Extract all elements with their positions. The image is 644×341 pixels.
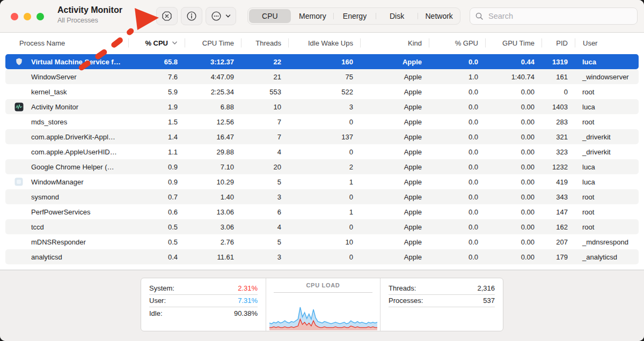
column-label: User	[583, 39, 597, 47]
app-icon-placeholder	[14, 252, 24, 262]
column-header-kind[interactable]: Kind	[361, 33, 429, 53]
process-name: PerfPowerServices	[31, 208, 91, 216]
stat-row: Idle:90.38%	[149, 307, 258, 320]
cell-gpu: 0.0	[429, 208, 486, 216]
close-button[interactable]	[11, 13, 18, 20]
tab-energy[interactable]: Energy	[334, 9, 376, 23]
app-icon-placeholder	[14, 117, 24, 127]
column-header-gpu_time[interactable]: GPU Time	[486, 33, 542, 53]
cell-cpu: 0.7	[129, 193, 185, 201]
process-name-cell: mDNSResponder	[0, 237, 129, 247]
cell-idle: 75	[289, 73, 361, 81]
cell-kind: Apple	[361, 148, 429, 156]
cell-cpu: 65.8	[129, 58, 185, 66]
process-name-cell: sysmond	[0, 192, 129, 202]
more-options-button[interactable]	[206, 7, 236, 25]
cell-kind: Apple	[361, 103, 429, 111]
process-row[interactable]: WindowServer7.64:47.092175Apple1.01:40.7…	[0, 69, 644, 84]
cell-gpu: 0.0	[429, 178, 486, 186]
app-icon-placeholder	[14, 162, 24, 172]
cell-idle: 0	[289, 253, 361, 261]
stat-row: Processes:537	[389, 295, 495, 308]
zoom-button[interactable]	[36, 13, 44, 20]
column-header-cpu[interactable]: % CPU	[129, 33, 185, 53]
process-name-cell: kernel_task	[0, 87, 129, 97]
cell-threads: 21	[241, 73, 289, 81]
process-row[interactable]: Activity Monitor1.96.88103Apple0.00.0014…	[0, 99, 644, 114]
process-name-cell: WindowManager	[0, 177, 129, 187]
toolbar: Activity Monitor All Processes CPUMemory…	[0, 0, 644, 33]
process-row[interactable]: WindowManager0.910.2951Apple0.00.00419lu…	[0, 174, 644, 189]
ellipsis-circle-icon	[210, 10, 222, 22]
process-row[interactable]: Google Chrome Helper (…0.97.10202Apple0.…	[0, 159, 644, 174]
process-row[interactable]: com.apple.DriverKit-Appl…1.416.477137App…	[0, 129, 644, 144]
cell-kind: Apple	[361, 208, 429, 216]
column-header-idle[interactable]: Idle Wake Ups	[289, 33, 361, 53]
window-title: Activity Monitor	[57, 5, 122, 15]
cell-gpu_time: 0.00	[486, 193, 542, 201]
cell-gpu_time: 0.44	[486, 58, 542, 66]
column-header-threads[interactable]: Threads	[241, 33, 289, 53]
process-name: Virtual Machine Service f…	[31, 58, 121, 66]
process-row[interactable]: sysmond0.71.4030Apple0.00.00343root	[0, 189, 644, 204]
cell-gpu: 1.0	[429, 73, 486, 81]
window-title-block: Activity Monitor All Processes	[57, 5, 122, 24]
cell-idle: 0	[289, 118, 361, 126]
table-header-row: Process Name% CPUCPU TimeThreadsIdle Wak…	[0, 33, 644, 53]
view-tabs: CPUMemoryEnergyDiskNetwork	[247, 8, 460, 25]
process-name: tccd	[31, 223, 44, 231]
app-icon-placeholder	[14, 87, 24, 97]
cell-cpu_time: 2.76	[185, 238, 241, 246]
cell-threads: 20	[241, 163, 289, 171]
column-header-cpu_time[interactable]: CPU Time	[185, 33, 241, 53]
process-name: mDNSResponder	[31, 238, 86, 246]
cell-gpu_time: 0.00	[486, 178, 542, 186]
cell-kind: Apple	[361, 73, 429, 81]
stop-process-button[interactable]	[156, 7, 178, 25]
cpu-load-divider	[274, 292, 372, 293]
process-name-cell: mds_stores	[0, 117, 129, 127]
cell-user: root	[575, 208, 644, 216]
process-name: WindowManager	[31, 178, 84, 186]
cell-user: _mdnsrespond	[575, 238, 644, 246]
search-input[interactable]	[487, 11, 632, 21]
cell-pid: 419	[542, 178, 575, 186]
cpu-summary-panel: System:2.31%User:7.31%Idle:90.38% CPU LO…	[141, 278, 503, 331]
column-header-user[interactable]: User	[575, 33, 644, 53]
inspect-process-button[interactable]	[181, 7, 202, 25]
process-row[interactable]: com.apple.AppleUserHID…1.129.8840Apple0.…	[0, 144, 644, 159]
column-header-name[interactable]: Process Name	[0, 33, 129, 53]
process-row[interactable]: analyticsd0.411.6130Apple0.00.00179_anal…	[0, 249, 644, 264]
cell-pid: 1319	[542, 58, 575, 66]
process-row[interactable]: tccd0.53.0640Apple0.00.00162root	[0, 219, 644, 234]
app-icon-placeholder	[14, 192, 24, 202]
app-icon-placeholder	[14, 222, 24, 232]
cell-threads: 7	[241, 133, 289, 141]
stat-value: 2.31%	[238, 284, 258, 292]
minimize-button[interactable]	[24, 13, 31, 20]
process-row[interactable]: kernel_task5.92:25.34553522Apple0.00.000…	[0, 84, 644, 99]
cell-gpu_time: 0.00	[486, 253, 542, 261]
cell-kind: Apple	[361, 223, 429, 231]
column-header-pid[interactable]: PID	[542, 33, 575, 53]
cell-gpu_time: 0.00	[486, 88, 542, 96]
cell-gpu: 0.0	[429, 163, 486, 171]
cell-pid: 283	[542, 118, 575, 126]
search-field[interactable]	[470, 8, 638, 25]
cell-gpu: 0.0	[429, 148, 486, 156]
tab-disk[interactable]: Disk	[376, 9, 418, 23]
tab-network[interactable]: Network	[418, 9, 460, 23]
process-row[interactable]: Virtual Machine Service f…65.83:12.37221…	[0, 54, 644, 69]
column-header-gpu[interactable]: % GPU	[429, 33, 486, 53]
tab-cpu[interactable]: CPU	[249, 9, 291, 23]
process-row[interactable]: mDNSResponder0.52.76510Apple0.00.00207_m…	[0, 234, 644, 249]
process-row[interactable]: mds_stores1.512.5670Apple0.00.00283root	[0, 114, 644, 129]
cell-cpu_time: 3.06	[185, 223, 241, 231]
process-name: kernel_task	[31, 88, 67, 96]
process-name-cell: PerfPowerServices	[0, 207, 129, 217]
tab-memory[interactable]: Memory	[292, 9, 334, 23]
cell-threads: 10	[241, 103, 289, 111]
cell-threads: 5	[241, 238, 289, 246]
column-label: % CPU	[145, 39, 168, 47]
process-row[interactable]: PerfPowerServices0.613.0661Apple0.00.001…	[0, 204, 644, 219]
